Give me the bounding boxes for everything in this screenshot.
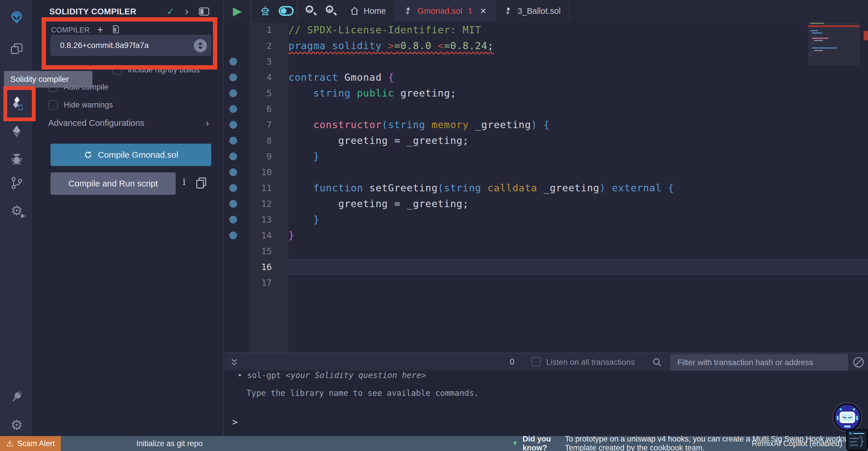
code-text: constructor(string memory _greeting) { — [288, 117, 550, 133]
code-line-9[interactable]: 9 } — [224, 148, 868, 164]
solidity-compiler-tooltip: Solidity compiler — [4, 71, 92, 88]
line-number: 17 — [249, 275, 272, 291]
info-icon[interactable]: i — [183, 176, 186, 187]
code-line-8[interactable]: 8 greeting = _greeting; — [224, 133, 868, 148]
robot-face-icon — [840, 412, 855, 423]
code-line-10[interactable]: 10 — [224, 164, 868, 180]
line-number: 11 — [249, 180, 272, 196]
code-line-5[interactable]: 5 string public greeting; — [224, 85, 868, 101]
breakpoint-dot[interactable] — [229, 137, 237, 144]
git-init-button[interactable]: Initialize as git repo — [136, 436, 203, 451]
breakpoint-dot[interactable] — [229, 231, 237, 239]
line-number: 5 — [249, 85, 272, 101]
code-line-12[interactable]: 12 greeting = _greeting; — [224, 196, 868, 212]
line-number: 7 — [249, 117, 272, 133]
checkbox-box[interactable] — [48, 100, 58, 110]
git-icon[interactable] — [7, 174, 26, 192]
compile-success-icon: ✓ — [166, 6, 175, 17]
zoom-out-button[interactable]: − — [301, 0, 322, 22]
terminal-output[interactable]: • sol-gpt <your Solidity question here> … — [224, 371, 868, 436]
breakpoint-dot[interactable] — [229, 152, 237, 160]
code-line-3[interactable]: 3 — [224, 54, 868, 69]
breakpoint-dot[interactable] — [229, 105, 237, 113]
deploy-run-icon[interactable] — [7, 122, 26, 140]
breakpoint-dot[interactable] — [229, 168, 237, 176]
tab-3_Ballot.sol[interactable]: 3_Ballot.sol — [495, 0, 569, 22]
chevron-right-icon[interactable]: › — [185, 6, 189, 17]
checkbox-hide-warnings[interactable]: Hide warnings — [48, 100, 113, 110]
line-number: 8 — [249, 133, 272, 148]
debugger-icon[interactable] — [7, 150, 26, 168]
ai-assistant-icon[interactable] — [255, 0, 275, 22]
compile-button[interactable]: Compile Gmonad.sol — [51, 144, 211, 166]
lightbulb-icon — [512, 439, 518, 448]
listen-all-label: Listen on all transactions — [546, 358, 634, 367]
solidity-file-icon — [403, 6, 413, 16]
breakpoint-dot[interactable] — [229, 121, 237, 129]
pip-preview-thumbnail[interactable]: } — [846, 429, 868, 451]
pin-panel-icon[interactable] — [199, 7, 209, 16]
line-number: 3 — [249, 54, 272, 69]
code-line-2[interactable]: 2pragma solidity >=0.8.0 <=0.8.24; — [224, 38, 868, 54]
copilot-status[interactable]: RemixAI Copilot (enabled) — [752, 436, 842, 451]
terminal-collapse-icon[interactable] — [229, 357, 239, 367]
breakpoint-dot[interactable] — [229, 74, 237, 81]
tab-label: 3_Ballot.sol — [518, 6, 561, 16]
code-editor[interactable]: 1// SPDX-License-Identifier: MIT2pragma … — [224, 22, 868, 353]
code-text: greeting = _greeting; — [288, 196, 469, 212]
line-number: 13 — [249, 212, 272, 227]
scam-alert-button[interactable]: ⚠ Scam Alert — [0, 436, 61, 451]
advanced-configurations[interactable]: Advanced Configurations › — [48, 117, 209, 129]
code-line-4[interactable]: 4contract Gmonad { — [224, 69, 868, 85]
run-script-button[interactable]: ▶ — [224, 0, 251, 22]
settings-icon[interactable]: ⚙ — [7, 416, 26, 434]
file-explorer-icon[interactable] — [7, 40, 26, 58]
code-line-1[interactable]: 1// SPDX-License-Identifier: MIT — [224, 22, 868, 38]
line-number: 16 — [249, 259, 272, 275]
code-line-15[interactable]: 15 — [224, 243, 868, 259]
line-number: 15 — [249, 243, 272, 259]
line-number: 14 — [249, 227, 272, 243]
ai-copilot-toggle[interactable] — [275, 0, 297, 22]
clear-console-icon[interactable] — [854, 357, 864, 367]
remix-ai-copilot-button[interactable] — [833, 403, 861, 431]
code-line-13[interactable]: 13 } — [224, 212, 868, 227]
code-text: pragma solidity >=0.8.0 <=0.8.24; — [288, 38, 494, 54]
code-line-6[interactable]: 6 — [224, 101, 868, 117]
breakpoint-dot[interactable] — [229, 184, 237, 192]
checkbox-label: Hide warnings — [64, 101, 113, 109]
tab-Gmonad.sol[interactable]: Gmonad.sol1✕ — [394, 0, 495, 22]
plugin-connect-icon[interactable] — [7, 388, 26, 406]
breakpoint-dot[interactable] — [229, 89, 237, 97]
copy-icon[interactable] — [196, 177, 205, 187]
terminal-prompt[interactable]: > — [232, 417, 238, 427]
search-icon[interactable] — [652, 357, 662, 367]
code-line-11[interactable]: 11 function setGreeting(string calldata … — [224, 180, 868, 196]
minimap[interactable] — [808, 22, 860, 353]
chevron-right-icon: › — [206, 117, 209, 129]
solidity-file-icon — [503, 6, 513, 16]
remix-logo[interactable] — [7, 8, 26, 26]
plugin-manager-icon[interactable]: ⚙▶ — [7, 201, 26, 220]
code-line-17[interactable]: 17 — [224, 275, 868, 291]
zoom-in-button[interactable]: + — [322, 0, 341, 22]
listen-all-checkbox[interactable] — [531, 357, 541, 367]
code-line-16[interactable]: 16 — [224, 259, 868, 275]
terminal-hint-line: Type the library name to see available c… — [247, 388, 479, 398]
breakpoint-dot[interactable] — [229, 216, 237, 224]
main-area: ▶ − + Home Gmonad.sol1✕3_Ballot.sol 1// … — [224, 0, 868, 436]
code-line-7[interactable]: 7 constructor(string memory _greeting) { — [224, 117, 868, 133]
scrollbar-error-marker — [864, 31, 868, 40]
breakpoint-dot[interactable] — [229, 200, 237, 208]
code-text: } — [288, 227, 295, 243]
compile-and-run-button[interactable]: Compile and Run script — [51, 172, 176, 195]
line-number: 10 — [249, 164, 272, 180]
transaction-filter-input[interactable] — [670, 355, 848, 371]
code-line-14[interactable]: 14} — [224, 227, 868, 243]
breakpoint-dot[interactable] — [229, 58, 237, 65]
tab-home[interactable]: Home — [341, 0, 394, 22]
error-count-badge: 1 — [468, 7, 472, 16]
highlight-compiler-rail-icon — [3, 86, 36, 121]
close-icon[interactable]: ✕ — [480, 6, 487, 16]
terminal-bar: 0 Listen on all transactions — [224, 353, 868, 371]
